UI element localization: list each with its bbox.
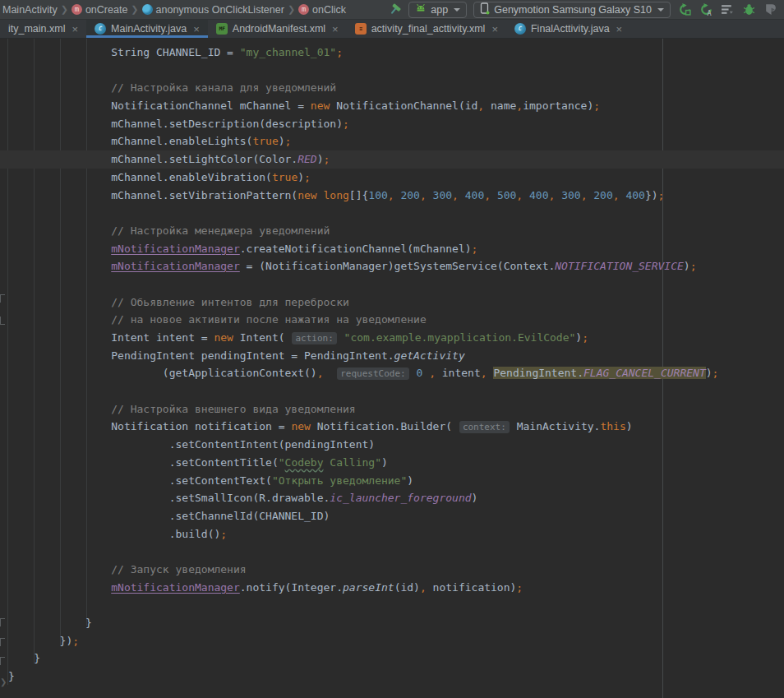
code-token: ; [593,99,600,112]
run-config-label: app [431,4,448,16]
code-token: PendingIntent pendingIntent = PendingInt… [8,349,394,362]
breadcrumb-item[interactable]: anonymous OnClickListener [140,4,287,16]
code-token: " [279,456,285,469]
code-token: ) [706,367,713,379]
profile-icon[interactable] [763,2,777,17]
close-icon[interactable]: × [616,24,623,35]
code-token [8,260,111,272]
code-token: .build() [8,528,220,540]
code-token [523,189,529,201]
code-token: RED [297,153,316,165]
code-token: 200 [400,189,419,201]
code-token: mNotificationManager [111,581,240,594]
inlay-hint: context: [459,421,510,433]
code-token: Notification notification = [8,420,291,432]
breadcrumb-item[interactable]: monCreate [69,4,130,16]
breadcrumb-label: onCreate [85,4,127,16]
code-editor[interactable]: ❯ String CHANNEL_ID = "my_channel_01"; /… [0,39,784,698]
code-token: // Обьявление интентов для переброски [8,296,349,308]
svg-text:A: A [707,9,711,16]
code-token: ; [516,581,523,594]
code-token: ) [575,331,582,344]
inlay-hint: requestCode: [337,367,408,380]
close-icon[interactable]: × [491,24,498,35]
run-config-select[interactable]: app [408,2,467,18]
code-token: mChannel.setDescription(description) [8,118,343,130]
code-token [8,243,111,255]
code-line: } [8,649,784,668]
code-token: ; [658,189,665,201]
code-token: ; [304,171,311,183]
code-line [8,204,784,222]
breadcrumb-item[interactable]: monClick [296,4,348,16]
device-label: Genymotion Samsung Galaxy S10 [494,4,652,16]
code-token [427,189,433,201]
close-icon[interactable]: × [71,24,78,35]
code-token: , [388,189,394,201]
code-token: 500 [497,189,516,201]
code-token: 400 [625,189,644,201]
code-token: MainActivity. [510,420,601,432]
code-token: ) [279,135,285,147]
code-token: intent [436,367,481,379]
code-token: // Запуск уведомления [8,563,247,576]
code-token: mChannel.enableVibration( [8,171,272,183]
tab-ity-main-xml[interactable]: ity_main.xml× [0,20,86,38]
debug-icon[interactable] [741,2,756,17]
code-token: Intent intent = [8,331,214,344]
code-token [324,367,337,379]
layout-xml-file-icon: ≡ [355,23,367,35]
code-token: // на новое активити после нажатия на ув… [8,313,427,326]
code-token: , [613,189,620,201]
phone-icon [480,2,490,17]
tab-finalacttivity-java[interactable]: CFinalActtivity.java× [506,20,630,38]
code-token: // Настройка внешнего вида уведомления [8,403,356,415]
code-token [459,189,465,201]
apply-changes-restart-icon[interactable]: A [699,2,713,17]
tab-mainactivity-java[interactable]: CMainActivity.java× [86,20,208,38]
code-token: // Настройка канала для уведомлений [8,81,336,94]
code-token: new [214,331,233,344]
code-token: getActivity [394,349,465,362]
tab-androidmanifest-xml[interactable]: MFAndroidManifest.xml× [208,20,347,38]
tab-label: FinalActtivity.java [531,23,610,35]
code-line: // на новое активити после нажатия на ув… [8,311,784,329]
code-token: }) [645,189,658,201]
device-select[interactable]: Genymotion Samsung Galaxy S10 [473,2,671,18]
code-token: "Открыть уведомление" [272,474,407,487]
code-token [338,331,344,344]
code-token: true [272,171,297,183]
close-icon[interactable]: × [332,24,339,35]
code-token: ; [324,153,330,165]
code-line: // Обьявление интентов для переброски [8,294,784,312]
code-token: ) [297,171,304,183]
code-token [491,189,497,201]
code-token: Codeby [285,456,324,469]
code-line [8,275,784,294]
rerun-icon[interactable] [677,2,692,17]
code-token: mChannel.setVibrationPattern( [8,189,297,201]
build-hammer-icon[interactable] [387,2,402,17]
code-token: ; [472,243,478,255]
code-line: mNotificationManager.notify(Integer.pars… [8,579,784,597]
code-line: PendingIntent pendingIntent = PendingInt… [8,347,784,365]
close-icon[interactable]: × [193,24,200,35]
code-token [317,189,324,201]
code-token: 400 [465,189,484,201]
code-token: long [324,189,349,201]
code-line: mNotificationManager = (NotificationMana… [8,257,784,275]
tab-activity-final-acttivity-xml[interactable]: ≡activity_final_acttivity.xml× [347,20,506,38]
code-token: "my_channel_01" [240,46,336,58]
code-line: .setChannelId(CHANNEL_ID) [8,507,784,525]
breadcrumb-item[interactable]: MainActivity [0,4,60,16]
code-token: ; [582,331,588,344]
breadcrumb-label: MainActivity [2,4,58,16]
code-line: .setContentText("Открыть уведомление") [8,472,784,490]
code-token: ) [317,153,324,165]
code-token: notification) [427,581,517,594]
code-token: NotificationChannel(id [330,99,477,112]
code-token: , [484,189,491,201]
code-line: Notification notification = new Notifica… [8,418,784,436]
code-token: ) [684,260,690,272]
apply-code-changes-icon[interactable] [720,2,735,17]
